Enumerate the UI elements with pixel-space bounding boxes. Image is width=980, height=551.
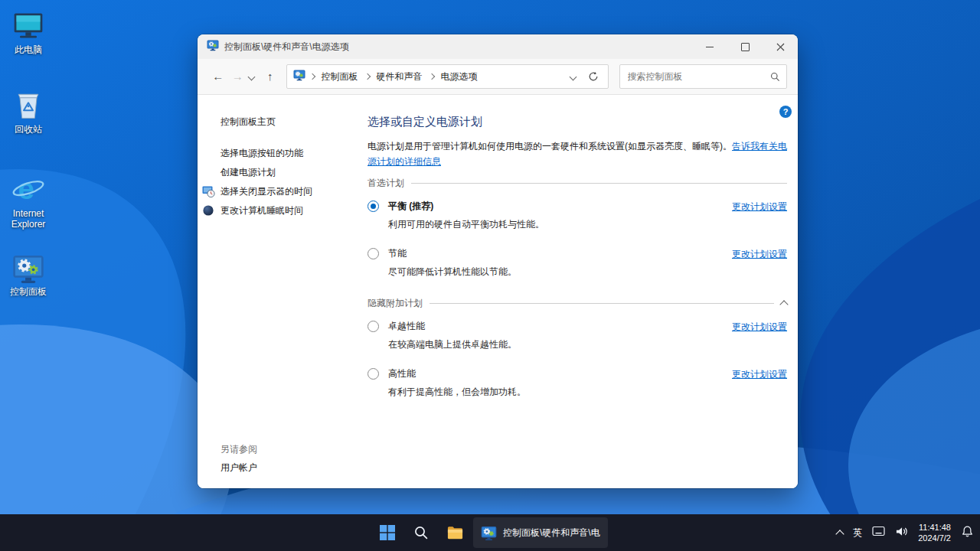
see-also-heading: 另请参阅 xyxy=(220,443,257,456)
breadcrumb-separator-icon xyxy=(428,73,434,80)
breadcrumb-power-options[interactable]: 电源选项 xyxy=(439,70,480,83)
breadcrumb-control-panel[interactable]: 控制面板 xyxy=(319,70,361,83)
group-rule xyxy=(411,183,787,184)
sidebar-item-label: 选择关闭显示器的时间 xyxy=(220,186,312,197)
desktop-icon-label: 控制面板 xyxy=(2,286,55,297)
back-button[interactable]: ← xyxy=(208,65,228,88)
control-panel-window: 控制面板\硬件和声音\电源选项 ← → ↑ xyxy=(198,34,798,488)
plan-description: 有利于提高性能，但会增加功耗。 xyxy=(388,386,732,399)
sidebar: 控制面板主页 选择电源按钮的功能 创建电源计划 xyxy=(198,95,368,488)
desktop-icon-this-pc[interactable]: 此电脑 xyxy=(2,9,55,55)
sidebar-item-power-buttons[interactable]: 选择电源按钮的功能 xyxy=(220,148,368,158)
internet-explorer-icon: e xyxy=(2,171,55,207)
search-icon xyxy=(413,525,429,540)
address-bar[interactable]: 控制面板 硬件和声音 电源选项 xyxy=(286,64,609,89)
taskbar-clock[interactable]: 11:41:48 2024/7/2 xyxy=(918,522,951,543)
plan-name: 节能 xyxy=(388,247,732,260)
control-panel-search-input[interactable] xyxy=(626,70,770,83)
address-dropdown-chevron-icon[interactable] xyxy=(569,73,577,80)
refresh-button[interactable] xyxy=(585,68,602,85)
up-button[interactable]: ↑ xyxy=(260,65,280,88)
additional-plans-group: 隐藏附加计划 卓越性能 在较高端电脑上提供卓越性能。 更改计划设置 xyxy=(368,297,787,399)
breadcrumb-separator-icon xyxy=(364,73,370,80)
radio-balanced[interactable] xyxy=(368,201,379,212)
control-panel-icon xyxy=(2,253,55,285)
main-content: ? 选择或自定义电源计划 电源计划是用于管理计算机如何使用电源的一套硬件和系统设… xyxy=(368,95,798,488)
desktop: 此电脑 回收站 e Internet Explorer xyxy=(0,0,980,551)
help-button[interactable]: ? xyxy=(779,106,792,118)
desktop-icon-label: 回收站 xyxy=(2,124,55,135)
maximize-button[interactable] xyxy=(727,34,763,59)
taskbar-app-control-panel[interactable]: 控制面板\硬件和声音\电 xyxy=(473,517,608,548)
navigation-bar: ← → ↑ 控制面板 硬件和声音 xyxy=(198,59,798,95)
window-control-panel-icon xyxy=(207,39,219,54)
change-plan-settings-link[interactable]: 更改计划设置 xyxy=(732,367,787,399)
sidebar-item-label: 创建电源计划 xyxy=(220,167,276,178)
plan-description: 利用可用的硬件自动平衡功耗与性能。 xyxy=(388,218,732,231)
touch-keyboard-icon[interactable] xyxy=(872,526,885,540)
desktop-icon-control-panel[interactable]: 控制面板 xyxy=(2,253,55,297)
minimize-button[interactable] xyxy=(692,34,727,59)
plan-row-power-saver: 节能 尽可能降低计算机性能以节能。 更改计划设置 xyxy=(368,247,787,279)
ime-language-indicator[interactable]: 英 xyxy=(853,527,862,540)
sidebar-item-create-power-plan[interactable]: 创建电源计划 xyxy=(220,168,368,178)
group-title: 隐藏附加计划 xyxy=(368,297,423,310)
sidebar-item-user-accounts[interactable]: 用户帐户 xyxy=(220,461,257,474)
taskbar-app-label: 控制面板\硬件和声音\电 xyxy=(503,527,600,540)
plan-row-ultimate-performance: 卓越性能 在较高端电脑上提供卓越性能。 更改计划设置 xyxy=(368,320,787,351)
change-plan-settings-link[interactable]: 更改计划设置 xyxy=(732,247,787,279)
titlebar[interactable]: 控制面板\硬件和声音\电源选项 xyxy=(198,34,798,59)
recent-pages-chevron-icon[interactable] xyxy=(248,73,256,80)
search-icon xyxy=(770,72,780,82)
plan-name: 平衡 (推荐) xyxy=(388,200,732,213)
sidebar-item-control-panel-home[interactable]: 控制面板主页 xyxy=(220,116,368,129)
sidebar-item-label: 更改计算机睡眠时间 xyxy=(220,205,303,216)
radio-high-performance[interactable] xyxy=(368,368,379,380)
windows-logo-icon xyxy=(379,524,396,541)
close-button[interactable] xyxy=(763,34,798,59)
collapse-chevron-icon[interactable] xyxy=(779,300,788,308)
forward-button[interactable]: → xyxy=(228,65,248,88)
clock-time: 11:41:48 xyxy=(918,522,951,533)
maximize-icon xyxy=(741,43,750,51)
desktop-icon-recycle-bin[interactable]: 回收站 xyxy=(2,87,55,135)
plan-description: 尽可能降低计算机性能以节能。 xyxy=(388,266,732,279)
folder-icon xyxy=(446,524,464,542)
breadcrumb-hardware-and-sound[interactable]: 硬件和声音 xyxy=(374,70,425,83)
tray-expand-chevron-icon[interactable] xyxy=(836,530,844,538)
group-title: 首选计划 xyxy=(368,177,404,190)
taskbar-search-button[interactable] xyxy=(406,517,436,548)
plan-description: 在较高端电脑上提供卓越性能。 xyxy=(388,338,732,351)
desktop-icon-label: Internet Explorer xyxy=(2,208,55,230)
clock-date: 2024/7/2 xyxy=(918,533,951,543)
plan-name: 高性能 xyxy=(388,367,732,380)
start-button[interactable] xyxy=(372,517,403,548)
sidebar-item-sleep-time[interactable]: 更改计算机睡眠时间 xyxy=(220,206,368,216)
radio-ultimate-performance[interactable] xyxy=(368,321,379,332)
plan-row-balanced: 平衡 (推荐) 利用可用的硬件自动平衡功耗与性能。 更改计划设置 xyxy=(368,200,787,231)
address-control-panel-icon xyxy=(293,69,305,84)
intro-text: 电源计划是用于管理计算机如何使用电源的一套硬件和系统设置(如显示器亮度、睡眠等)… xyxy=(368,139,787,169)
breadcrumb-separator-icon xyxy=(309,73,315,80)
control-panel-icon xyxy=(481,525,497,541)
close-icon xyxy=(776,43,785,51)
sidebar-item-display-off-time[interactable]: 选择关闭显示器的时间 xyxy=(220,187,368,197)
change-plan-settings-link[interactable]: 更改计划设置 xyxy=(732,200,787,231)
notifications-bell-icon[interactable] xyxy=(961,525,974,541)
search-box[interactable] xyxy=(619,64,787,89)
display-time-icon xyxy=(202,185,215,201)
sleep-time-icon xyxy=(202,204,214,219)
radio-power-saver[interactable] xyxy=(368,248,379,259)
group-rule xyxy=(430,303,774,304)
plan-name: 卓越性能 xyxy=(388,320,732,333)
page-title: 选择或自定义电源计划 xyxy=(368,115,787,129)
desktop-icon-internet-explorer[interactable]: e Internet Explorer xyxy=(2,171,55,230)
change-plan-settings-link[interactable]: 更改计划设置 xyxy=(732,320,787,351)
preferred-plans-group: 首选计划 平衡 (推荐) 利用可用的硬件自动平衡功耗与性能。 更改计划设置 xyxy=(368,177,787,279)
window-body: 控制面板主页 选择电源按钮的功能 创建电源计划 xyxy=(198,95,798,488)
svg-text:e: e xyxy=(18,172,34,205)
file-explorer-button[interactable] xyxy=(439,517,470,548)
volume-icon[interactable] xyxy=(895,526,908,540)
sidebar-item-label: 选择电源按钮的功能 xyxy=(220,148,303,158)
this-pc-icon xyxy=(2,9,55,43)
